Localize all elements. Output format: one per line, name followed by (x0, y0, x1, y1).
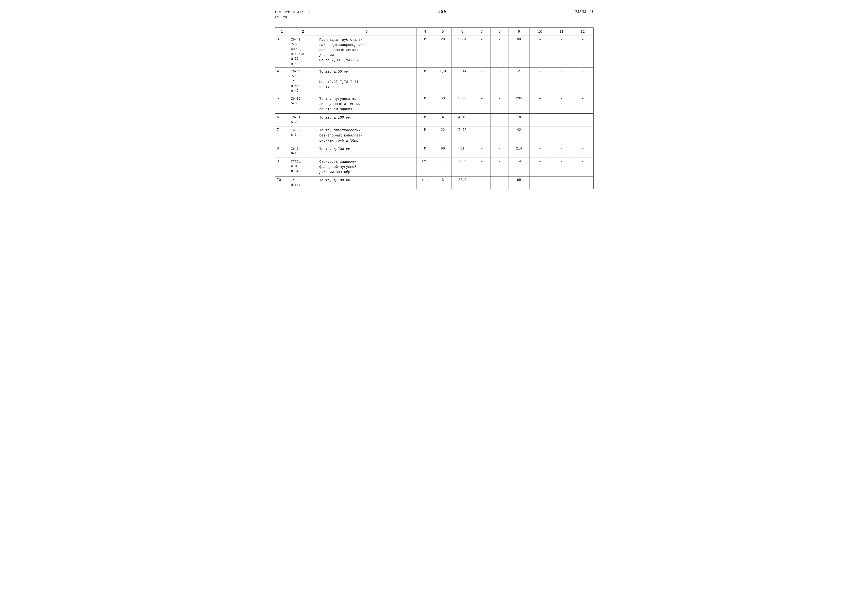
row-desc: То же, пластмассовых безнапорных канализ… (317, 126, 416, 145)
row-cell-7: – (473, 126, 491, 145)
row-cell-9: 295 (508, 95, 530, 113)
row-cell-11: – (551, 126, 572, 145)
row-desc: То же, д.IOO мм (317, 145, 416, 158)
row-cell-12: – (572, 158, 593, 176)
row-cell-11: – (551, 113, 572, 126)
row-ref: I6-33 6-I (289, 126, 317, 145)
row-ref: I6-34 6-2 (289, 145, 317, 158)
row-cell-6: 4,I9 (452, 113, 473, 126)
row-cell-7: – (473, 158, 491, 176)
table-row: 3.I6-48 7-5 ССРСЦ ч.I р.Ш п.56 п.44Прокл… (275, 36, 593, 68)
row-cell-8: – (491, 145, 508, 158)
row-num: 7. (275, 126, 289, 145)
col-header-10: IO (530, 28, 551, 36)
row-cell-8: – (491, 158, 508, 176)
row-cell-9: I8 (508, 113, 530, 126)
row-cell-5: 3 (434, 176, 451, 189)
row-cell-12: – (572, 68, 593, 95)
col-header-5: 5 (434, 28, 451, 36)
table-row: 6.I6-3I 5-2То же, д.IOO ммМ44,I9––I8––– (275, 113, 593, 126)
row-cell-6: 3I (452, 145, 473, 158)
row-cell-12: – (572, 145, 593, 158)
row-cell-12: – (572, 95, 593, 113)
row-cell-7: – (473, 176, 491, 189)
row-cell-8: – (491, 95, 508, 113)
row-ref: I6-3I 5-2 (289, 113, 317, 126)
row-cell-5: 28 (434, 36, 451, 68)
row-cell-8: – (491, 126, 508, 145)
row-cell-10: – (530, 68, 551, 95)
table-row: 5.I6-32 5-3То же, чугунных кана- лизацио… (275, 95, 593, 113)
row-cell-4: М (416, 36, 434, 68)
row-cell-9: 69 (508, 176, 530, 189)
row-cell-11: – (551, 176, 572, 189)
row-cell-8: – (491, 113, 508, 126)
row-cell-6: 22,9 (452, 176, 473, 189)
col-header-1: 1 (275, 28, 289, 36)
row-cell-10: – (530, 126, 551, 145)
row-desc: Стоимость задвижки фланцевой чугунной д.… (317, 158, 416, 176)
row-desc: То же, чугунных кана- лизационных д.I50 … (317, 95, 416, 113)
col-header-7: 7 (473, 28, 491, 36)
row-ref: I6-32 5-3 (289, 95, 317, 113)
row-cell-4: М (416, 126, 434, 145)
header-left-line2: Ал. УП (275, 15, 310, 20)
row-cell-5: 53 (434, 95, 451, 113)
row-cell-6: 2,I4 (452, 68, 473, 95)
row-cell-11: – (551, 145, 572, 158)
page-header: т.п. 291-3-47с.88 Ал. УП - 100 - 23303-1… (275, 10, 594, 20)
row-cell-9: 2 (508, 68, 530, 95)
row-cell-4: М (416, 113, 434, 126)
table-row: 8.I6-34 6-2То же, д.IOO ммМ693I––2I4––– (275, 145, 593, 158)
row-cell-5: 4 (434, 113, 451, 126)
row-num: 6. (275, 113, 289, 126)
row-cell-6: 5,56 (452, 95, 473, 113)
row-cell-11: – (551, 95, 572, 113)
row-cell-9: 80 (508, 36, 530, 68)
row-cell-6: I3,9 (452, 158, 473, 176)
col-header-9: 9 (508, 28, 530, 36)
col-header-2: 2 (289, 28, 317, 36)
row-cell-7: – (473, 68, 491, 95)
row-cell-9: I4 (508, 158, 530, 176)
row-cell-7: – (473, 145, 491, 158)
row-num: 8. (275, 145, 289, 158)
row-cell-9: 2I4 (508, 145, 530, 158)
row-cell-4: М (416, 68, 434, 95)
row-ref: I6-48 7-5 ССРСЦ ч.I р.Ш п.56 п.44 (289, 36, 317, 68)
col-header-4: 4 (416, 28, 434, 36)
row-cell-7: – (473, 95, 491, 113)
row-num: 9. (275, 158, 289, 176)
row-ref: I6-46 7-4 –"– п.54 п.42 (289, 68, 317, 95)
row-cell-11: – (551, 68, 572, 95)
row-cell-5: I,0 (434, 68, 451, 95)
row-cell-10: – (530, 95, 551, 113)
main-table: 1 2 3 4 5 6 7 8 9 IO II I2 3.I6-48 7-5 С… (275, 28, 594, 189)
header-right: 23303-11 (575, 10, 594, 14)
row-cell-8: – (491, 176, 508, 189)
row-cell-10: – (530, 145, 551, 158)
col-header-11: II (551, 28, 572, 36)
row-cell-6: I,92 (452, 126, 473, 145)
row-cell-10: – (530, 176, 551, 189)
row-cell-11: – (551, 158, 572, 176)
table-header-row: 1 2 3 4 5 6 7 8 9 IO II I2 (275, 28, 593, 36)
row-cell-10: – (530, 158, 551, 176)
row-cell-8: – (491, 68, 508, 95)
table-row: 7.I6-33 6-IТо же, пластмассовых безнапор… (275, 126, 593, 145)
header-left-line1: т.п. 291-3-47с.88 (275, 10, 310, 15)
row-ref: –"– п.647 (289, 176, 317, 189)
row-cell-4: М (416, 145, 434, 158)
row-desc: То же, д.IOO мм (317, 113, 416, 126)
row-desc: То же, д.IOO мм (317, 176, 416, 189)
row-cell-10: – (530, 113, 551, 126)
col-header-3: 3 (317, 28, 416, 36)
row-desc: Прокладка труб сталь- ных водогазопровод… (317, 36, 416, 68)
col-header-8: 8 (491, 28, 508, 36)
row-num: IO. (275, 176, 289, 189)
table-row: IO.–"– п.647То же, д.IOO ммшт.322,9––69–… (275, 176, 593, 189)
header-center: - 100 - (432, 10, 452, 14)
row-cell-7: – (473, 113, 491, 126)
table-row: 4.I6-46 7-4 –"– п.54 п.42То же, д.50 мм … (275, 68, 593, 95)
row-ref: ССРСЦ ч.Ш п.645 (289, 158, 317, 176)
